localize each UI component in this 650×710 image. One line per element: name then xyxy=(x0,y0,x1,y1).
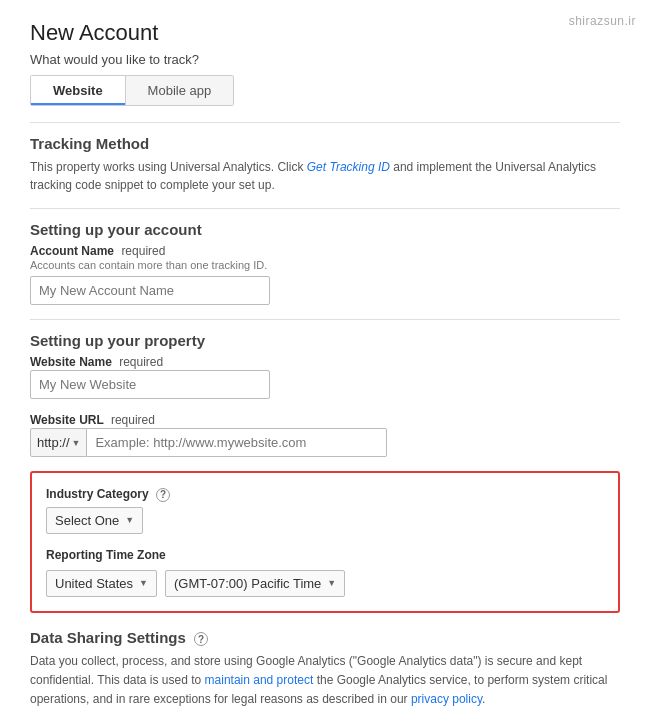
tab-mobile-app[interactable]: Mobile app xyxy=(126,76,234,105)
page-title: New Account xyxy=(30,20,620,46)
divider-2 xyxy=(30,208,620,209)
website-url-label: Website URL required xyxy=(30,413,620,427)
industry-category-chevron-icon: ▼ xyxy=(125,515,134,525)
industry-category-dropdown[interactable]: Select One ▼ xyxy=(46,507,143,534)
url-row: http:// ▼ xyxy=(30,428,620,457)
watermark: shirazsun.ir xyxy=(569,14,636,28)
highlighted-section: Industry Category ? Select One ▼ Reporti… xyxy=(30,471,620,613)
reporting-timezone-label: Reporting Time Zone xyxy=(46,548,604,562)
get-tracking-id-link[interactable]: Get Tracking ID xyxy=(307,160,390,174)
privacy-policy-link[interactable]: privacy policy xyxy=(411,692,482,706)
tracking-method-heading: Tracking Method xyxy=(30,135,620,152)
timezone-value: (GMT-07:00) Pacific Time xyxy=(174,576,321,591)
url-protocol-dropdown[interactable]: http:// ▼ xyxy=(30,428,87,457)
tab-group: Website Mobile app xyxy=(30,75,234,106)
reporting-row: United States ▼ (GMT-07:00) Pacific Time… xyxy=(46,570,604,597)
timezone-dropdown[interactable]: (GMT-07:00) Pacific Time ▼ xyxy=(165,570,345,597)
account-name-label: Account Name required xyxy=(30,244,620,258)
tab-website[interactable]: Website xyxy=(31,76,126,105)
maintain-protect-link[interactable]: maintain and protect xyxy=(205,673,314,687)
industry-category-value: Select One xyxy=(55,513,119,528)
account-setup-heading: Setting up your account xyxy=(30,221,620,238)
website-name-label: Website Name required xyxy=(30,355,620,369)
tracking-method-section: Tracking Method This property works usin… xyxy=(30,135,620,194)
data-sharing-heading: Data Sharing Settings ? xyxy=(30,629,620,647)
property-setup-section: Setting up your property Website Name re… xyxy=(30,332,620,457)
country-chevron-icon: ▼ xyxy=(139,578,148,588)
tracking-method-text: This property works using Universal Anal… xyxy=(30,158,620,194)
account-setup-section: Setting up your account Account Name req… xyxy=(30,221,620,305)
url-protocol-label: http:// xyxy=(37,435,70,450)
industry-help-icon[interactable]: ? xyxy=(156,488,170,502)
timezone-chevron-icon: ▼ xyxy=(327,578,336,588)
divider-1 xyxy=(30,122,620,123)
data-sharing-paragraph1: Data you collect, process, and store usi… xyxy=(30,652,620,710)
industry-category-label: Industry Category ? xyxy=(46,487,604,502)
data-sharing-section: Data Sharing Settings ? Data you collect… xyxy=(30,629,620,711)
url-protocol-chevron-icon: ▼ xyxy=(72,438,81,448)
website-url-input[interactable] xyxy=(87,428,387,457)
page-container: shirazsun.ir New Account What would you … xyxy=(0,0,650,710)
divider-3 xyxy=(30,319,620,320)
country-value: United States xyxy=(55,576,133,591)
property-setup-heading: Setting up your property xyxy=(30,332,620,349)
country-dropdown[interactable]: United States ▼ xyxy=(46,570,157,597)
account-name-hint: Accounts can contain more than one track… xyxy=(30,259,620,271)
data-sharing-help-icon[interactable]: ? xyxy=(194,632,208,646)
track-question: What would you like to track? xyxy=(30,52,620,67)
website-name-input[interactable] xyxy=(30,370,270,399)
account-name-input[interactable] xyxy=(30,276,270,305)
